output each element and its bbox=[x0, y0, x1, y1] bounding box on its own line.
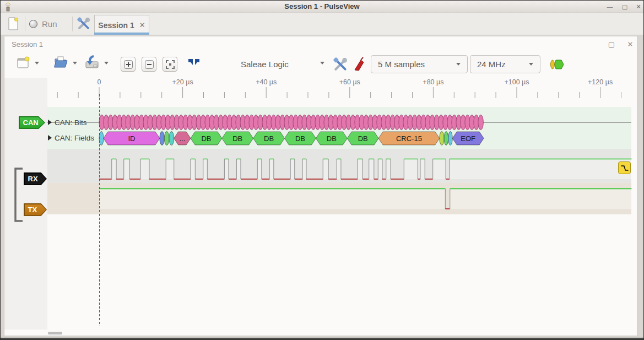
channel-tag-rx[interactable]: RX bbox=[24, 172, 47, 185]
decoder-icon bbox=[549, 59, 565, 70]
chevron-down-icon bbox=[529, 63, 533, 66]
zoom-to-edges-button[interactable] bbox=[187, 58, 201, 70]
open-folder-icon bbox=[53, 55, 69, 70]
toolbar-separator bbox=[72, 17, 73, 31]
zoom-out-icon bbox=[143, 58, 155, 71]
session-toolbar: Saleae Logic 5 M samples 24 MHz bbox=[1, 53, 644, 75]
zoom-in-button[interactable] bbox=[121, 57, 136, 72]
edge-markers-icon bbox=[187, 58, 201, 70]
pulseview-window: Session 1 - PulseView — ▢ ✕ Run bbox=[0, 0, 644, 340]
channel-tag-can[interactable]: CAN bbox=[19, 116, 45, 129]
tab-label: Session 1 bbox=[98, 21, 134, 30]
new-view-dropdown-icon[interactable] bbox=[35, 62, 39, 64]
tools-icon bbox=[77, 17, 90, 30]
minimize-icon[interactable]: — bbox=[605, 3, 614, 10]
expand-row-icon[interactable] bbox=[48, 120, 52, 125]
run-label: Run bbox=[42, 19, 57, 29]
new-session-button[interactable] bbox=[5, 15, 21, 32]
subwindow-title: Session 1 bbox=[12, 40, 43, 48]
zoom-fit-icon bbox=[164, 58, 176, 71]
save-icon bbox=[84, 55, 100, 70]
sample-rate-value: 24 MHz bbox=[477, 60, 506, 69]
maximize-icon[interactable]: ▢ bbox=[620, 3, 629, 10]
rx-row-background bbox=[47, 149, 631, 183]
new-document-icon bbox=[8, 17, 19, 30]
device-dropdown-icon[interactable] bbox=[320, 62, 324, 64]
close-icon[interactable]: ✕ bbox=[634, 3, 643, 10]
save-dropdown-icon[interactable] bbox=[104, 62, 109, 64]
new-window-icon bbox=[16, 56, 30, 70]
chevron-down-icon bbox=[456, 63, 461, 66]
settings-button[interactable] bbox=[76, 17, 91, 31]
sample-count-value: 5 M samples bbox=[378, 60, 425, 69]
sample-rate-select[interactable]: 24 MHz bbox=[470, 55, 540, 73]
open-dropdown-icon[interactable] bbox=[73, 62, 77, 64]
expand-row-icon[interactable] bbox=[48, 135, 52, 141]
zoom-in-icon bbox=[122, 58, 134, 71]
tx-row-background bbox=[47, 183, 631, 214]
add-decoder-button[interactable] bbox=[549, 59, 565, 70]
zoom-out-button[interactable] bbox=[142, 57, 156, 72]
zoom-fit-button[interactable] bbox=[163, 57, 177, 72]
channel-tag-tx[interactable]: TX bbox=[24, 203, 47, 216]
sample-count-select[interactable]: 5 M samples bbox=[371, 55, 468, 73]
tools-icon bbox=[333, 57, 348, 72]
decoder-row-label-fields[interactable]: CAN: Fields bbox=[55, 134, 94, 142]
title-bar: Session 1 - PulseView — ▢ ✕ bbox=[1, 1, 643, 13]
new-view-button[interactable] bbox=[16, 56, 30, 70]
window-title: Session 1 - PulseView bbox=[1, 2, 643, 10]
subwindow-maximize-icon[interactable]: ▢ bbox=[607, 40, 616, 49]
window-resize-bar bbox=[1, 338, 643, 340]
tab-active-accent bbox=[94, 33, 149, 35]
run-button[interactable]: Run bbox=[29, 15, 57, 32]
decoder-rows-background bbox=[47, 107, 631, 149]
tab-session-1[interactable]: Session 1 ✕ bbox=[94, 15, 149, 35]
device-selector-label[interactable]: Saleae Logic bbox=[241, 60, 289, 69]
open-button[interactable] bbox=[53, 55, 69, 70]
horizontal-scrollbar-thumb[interactable] bbox=[48, 332, 62, 334]
configure-device-button[interactable] bbox=[333, 57, 348, 72]
subwindow-close-icon[interactable]: ✕ bbox=[625, 40, 635, 49]
channel-group-bracket bbox=[13, 168, 25, 223]
falling-edge-icon bbox=[619, 163, 630, 174]
save-button[interactable] bbox=[84, 55, 100, 70]
tab-close-icon[interactable]: ✕ bbox=[139, 21, 145, 29]
run-led-icon bbox=[29, 20, 37, 28]
trigger-falling-edge-marker[interactable] bbox=[618, 161, 631, 174]
main-toolbar: Run Session 1 ✕ bbox=[1, 13, 643, 35]
probe-icon bbox=[353, 56, 366, 72]
channels-button[interactable] bbox=[353, 56, 366, 72]
toolbar-separator bbox=[25, 17, 25, 31]
decoder-row-label-bits[interactable]: CAN: Bits bbox=[55, 118, 87, 127]
